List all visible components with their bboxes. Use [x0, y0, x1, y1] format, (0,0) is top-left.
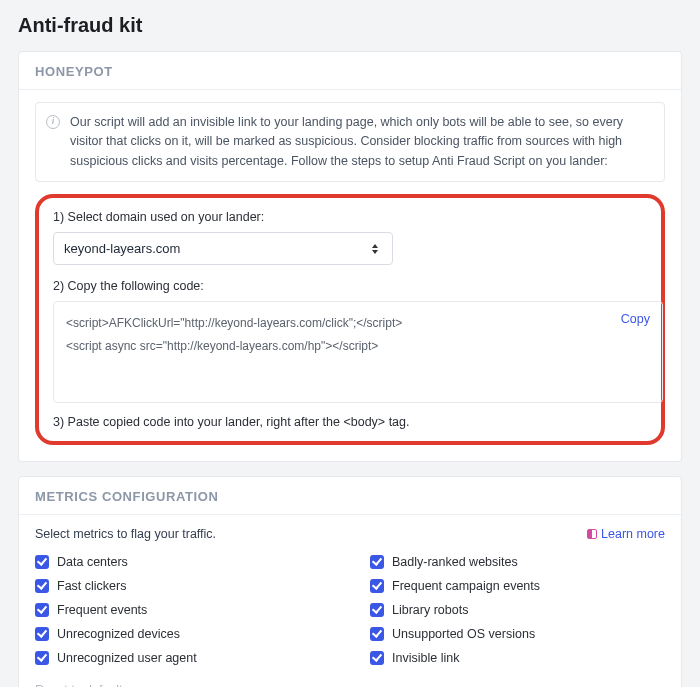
- metric-label: Badly-ranked websites: [392, 555, 518, 569]
- metrics-subtitle: Select metrics to flag your traffic.: [35, 527, 216, 541]
- learn-more-label: Learn more: [601, 527, 665, 541]
- metric-item: Invisible link: [370, 651, 665, 665]
- metric-item: Library robots: [370, 603, 665, 617]
- page-title: Anti-fraud kit: [18, 14, 682, 37]
- copy-button[interactable]: Copy: [621, 312, 650, 326]
- metric-label: Fast clickers: [57, 579, 126, 593]
- metric-item: Data centers: [35, 555, 330, 569]
- chevron-updown-icon: [372, 242, 382, 256]
- metric-label: Data centers: [57, 555, 128, 569]
- learn-more-link[interactable]: Learn more: [587, 527, 665, 541]
- metric-label: Unsupported OS versions: [392, 627, 535, 641]
- checkbox[interactable]: [370, 579, 384, 593]
- metric-label: Library robots: [392, 603, 468, 617]
- checkbox[interactable]: [370, 555, 384, 569]
- metrics-card: METRICS CONFIGURATION Select metrics to …: [18, 476, 682, 687]
- step1-label: 1) Select domain used on your lander:: [53, 210, 647, 224]
- metric-item: Unrecognized devices: [35, 627, 330, 641]
- checkbox[interactable]: [35, 579, 49, 593]
- checkbox[interactable]: [35, 603, 49, 617]
- checkbox[interactable]: [35, 627, 49, 641]
- checkbox[interactable]: [35, 555, 49, 569]
- metric-item: Unrecognized user agent: [35, 651, 330, 665]
- checkbox[interactable]: [370, 651, 384, 665]
- metric-label: Frequent campaign events: [392, 579, 540, 593]
- honeypot-info-box: Our script will add an invisible link to…: [35, 102, 665, 182]
- domain-select-value: keyond-layears.com: [64, 241, 180, 256]
- info-icon: [46, 115, 60, 129]
- step2-label: 2) Copy the following code:: [53, 279, 647, 293]
- metric-item: Badly-ranked websites: [370, 555, 665, 569]
- honeypot-header: HONEYPOT: [19, 52, 681, 90]
- honeypot-highlight-box: 1) Select domain used on your lander: ke…: [35, 194, 665, 445]
- step3-label: 3) Paste copied code into your lander, r…: [53, 415, 647, 429]
- code-box: Copy <script>AFKClickUrl="http://keyond-…: [53, 301, 663, 403]
- metrics-header: METRICS CONFIGURATION: [19, 477, 681, 515]
- domain-select[interactable]: keyond-layears.com: [53, 232, 393, 265]
- metrics-col-left: Data centers Fast clickers Frequent even…: [35, 555, 330, 665]
- metric-item: Frequent events: [35, 603, 330, 617]
- checkbox[interactable]: [370, 627, 384, 641]
- metrics-col-right: Badly-ranked websites Frequent campaign …: [370, 555, 665, 665]
- metric-label: Unrecognized user agent: [57, 651, 197, 665]
- honeypot-card: HONEYPOT Our script will add an invisibl…: [18, 51, 682, 462]
- metric-label: Invisible link: [392, 651, 459, 665]
- checkbox[interactable]: [35, 651, 49, 665]
- code-content[interactable]: <script>AFKClickUrl="http://keyond-layea…: [54, 302, 662, 402]
- metric-label: Frequent events: [57, 603, 147, 617]
- metric-label: Unrecognized devices: [57, 627, 180, 641]
- honeypot-info-text: Our script will add an invisible link to…: [70, 115, 623, 168]
- checkbox[interactable]: [370, 603, 384, 617]
- metric-item: Unsupported OS versions: [370, 627, 665, 641]
- metric-item: Frequent campaign events: [370, 579, 665, 593]
- book-icon: [587, 529, 597, 539]
- reset-to-default-link[interactable]: Reset to default.: [35, 683, 665, 687]
- metric-item: Fast clickers: [35, 579, 330, 593]
